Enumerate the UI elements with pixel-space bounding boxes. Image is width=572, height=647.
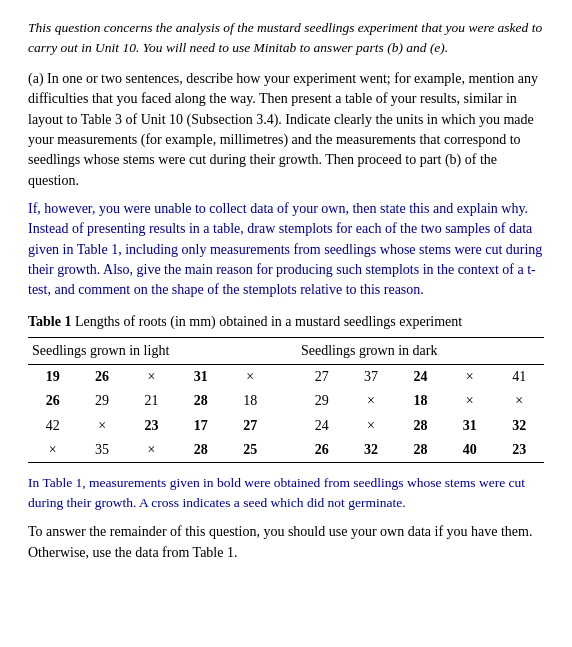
cell-light-0-2: × (127, 364, 176, 389)
header-light: Seedlings grown in light (28, 337, 275, 364)
cell-dark-3-0: 26 (297, 438, 346, 463)
cell-light-0-1: 26 (77, 364, 126, 389)
final-note: To answer the remainder of this question… (28, 522, 544, 563)
cell-light-3-2: × (127, 438, 176, 463)
table-row: ×35×28252632284023 (28, 438, 544, 463)
table-caption-text: Lengths of roots (in mm) obtained in a m… (71, 314, 462, 329)
cell-light-3-4: 25 (226, 438, 275, 463)
cell-light-1-2: 21 (127, 389, 176, 413)
table-body: 1926×31×273724×41262921281829×18××42×231… (28, 364, 544, 462)
cell-dark-0-3: × (445, 364, 494, 389)
cell-light-1-3: 28 (176, 389, 225, 413)
cell-light-1-0: 26 (28, 389, 77, 413)
table-label: Table 1 (28, 314, 71, 329)
cell-dark-1-4: × (495, 389, 544, 413)
cell-light-0-0: 19 (28, 364, 77, 389)
cell-dark-0-0: 27 (297, 364, 346, 389)
cell-light-2-3: 17 (176, 414, 225, 438)
cell-light-1-1: 29 (77, 389, 126, 413)
cell-dark-3-1: 32 (346, 438, 395, 463)
cell-dark-1-3: × (445, 389, 494, 413)
col-divider (275, 438, 297, 463)
cell-dark-3-2: 28 (396, 438, 445, 463)
data-table: Seedlings grown in light Seedlings grown… (28, 337, 544, 463)
part-a-para1: (a) In one or two sentences, describe ho… (28, 69, 544, 191)
cell-light-1-4: 18 (226, 389, 275, 413)
cell-dark-2-1: × (346, 414, 395, 438)
table-row: 1926×31×273724×41 (28, 364, 544, 389)
col-divider (275, 364, 297, 389)
col-divider (275, 389, 297, 413)
cell-dark-2-2: 28 (396, 414, 445, 438)
cell-dark-2-0: 24 (297, 414, 346, 438)
cell-light-2-2: 23 (127, 414, 176, 438)
header-dark: Seedlings grown in dark (297, 337, 544, 364)
cell-dark-1-2: 18 (396, 389, 445, 413)
part-a-block: (a) In one or two sentences, describe ho… (28, 69, 544, 300)
table-row: 42×23172724×283132 (28, 414, 544, 438)
cell-dark-3-3: 40 (445, 438, 494, 463)
part-a-para2: If, however, you were unable to collect … (28, 199, 544, 300)
cell-light-2-0: 42 (28, 414, 77, 438)
cell-dark-0-1: 37 (346, 364, 395, 389)
col-divider (275, 414, 297, 438)
cell-dark-0-2: 24 (396, 364, 445, 389)
table-caption: Table 1 Lengths of roots (in mm) obtaine… (28, 312, 544, 332)
cell-dark-1-0: 29 (297, 389, 346, 413)
part-a-para2-text: If, however, you were unable to collect … (28, 201, 542, 297)
table-section: Table 1 Lengths of roots (in mm) obtaine… (28, 312, 544, 463)
cell-dark-1-1: × (346, 389, 395, 413)
cell-light-3-1: 35 (77, 438, 126, 463)
cell-dark-0-4: 41 (495, 364, 544, 389)
table-row: 262921281829×18×× (28, 389, 544, 413)
cell-light-3-3: 28 (176, 438, 225, 463)
cell-light-3-0: × (28, 438, 77, 463)
table-header-row: Seedlings grown in light Seedlings grown… (28, 337, 544, 364)
cell-light-2-4: 27 (226, 414, 275, 438)
cell-dark-3-4: 23 (495, 438, 544, 463)
table-note: In Table 1, measurements given in bold w… (28, 473, 544, 512)
cell-light-0-4: × (226, 364, 275, 389)
intro-paragraph: This question concerns the analysis of t… (28, 18, 544, 57)
part-a-para1-text: In one or two sentences, describe how yo… (28, 71, 538, 187)
cell-light-2-1: × (77, 414, 126, 438)
cell-light-0-3: 31 (176, 364, 225, 389)
cell-dark-2-4: 32 (495, 414, 544, 438)
part-a-label: (a) (28, 71, 44, 86)
cell-dark-2-3: 31 (445, 414, 494, 438)
